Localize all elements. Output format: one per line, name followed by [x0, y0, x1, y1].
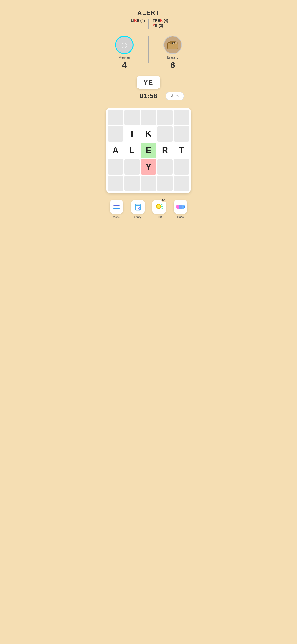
cell-4-4	[174, 176, 189, 191]
smiley-icon: ☺	[120, 40, 129, 50]
game-timer: 01:58	[140, 92, 158, 100]
cell-4-1	[124, 176, 140, 191]
hint-label: Hint	[156, 215, 162, 218]
svg-point-14	[157, 205, 160, 208]
menu-label: Menu	[113, 215, 120, 218]
game-grid-container: I K A L E ↓ R T Y	[106, 108, 191, 193]
right-word2-red: Y	[153, 24, 155, 28]
menu-icon-wrap	[110, 200, 124, 214]
current-word-container: YE	[108, 72, 189, 91]
pass-icon-wrap	[174, 200, 188, 214]
left-word-red: K	[134, 19, 137, 22]
left-word-end: E	[137, 19, 139, 22]
right-score: TREK (4) YE (2)	[148, 19, 178, 29]
left-score: LIKE (4)	[118, 19, 148, 29]
cell-0-1	[124, 110, 140, 125]
svg-text:✓: ✓	[138, 208, 140, 210]
pass-icon	[176, 204, 185, 210]
cell-1-4	[174, 126, 189, 142]
right-word1-red: K	[160, 19, 163, 22]
avatar-left: ☺	[115, 36, 134, 54]
cell-1-3	[157, 126, 173, 142]
eraser-icon	[166, 38, 180, 52]
cell-2-4: T	[174, 142, 189, 158]
svg-point-5	[172, 42, 173, 44]
story-icon: ✓	[134, 203, 142, 210]
hint-count: 0(1)	[161, 198, 168, 202]
player-left: ☺ Мелкая 4	[115, 36, 134, 70]
player-right-score: 6	[170, 60, 175, 70]
cell-0-4	[174, 110, 189, 125]
player-left-name: Мелкая	[118, 56, 130, 59]
top-area: ALERT LIKE (4) TREK (4) YE (2) ☺	[104, 0, 194, 108]
left-word-score: (4)	[140, 19, 145, 22]
nav-story[interactable]: ✓ Story	[131, 200, 145, 218]
right-word1-score: (4)	[164, 19, 168, 22]
nav-pass[interactable]: Pass	[174, 200, 188, 218]
cell-3-2: Y	[141, 159, 156, 175]
pass-label: Pass	[177, 215, 184, 218]
cell-4-3	[157, 176, 173, 191]
cell-3-4	[174, 159, 189, 175]
right-word2-rest: E	[155, 24, 158, 28]
cell-1-2: K	[141, 126, 156, 142]
right-word2-score: (2)	[159, 24, 163, 28]
auto-button[interactable]: Auto	[166, 92, 184, 100]
cell-4-0	[108, 176, 124, 191]
right-word1-start: TRE	[153, 19, 160, 22]
game-grid: I K A L E ↓ R T Y	[108, 110, 189, 191]
player-section: ☺ Мелкая 4 Erasery 6	[108, 34, 189, 72]
nav-hint[interactable]: 0(1) Hint	[152, 200, 166, 218]
svg-line-15	[161, 204, 162, 205]
cell-0-0	[108, 110, 124, 125]
timer-row: 01:58 Auto	[108, 91, 189, 103]
cell-1-0	[108, 126, 124, 142]
left-word-text: LI	[131, 19, 134, 22]
cell-3-1	[124, 159, 140, 175]
center-divider	[148, 36, 149, 63]
cell-3-3	[157, 159, 173, 175]
cell-0-2	[141, 110, 156, 125]
player-left-score: 4	[122, 60, 127, 70]
cell-2-2: E ↓	[141, 142, 156, 158]
nav-menu[interactable]: Menu	[110, 200, 124, 218]
hint-icon-wrap: 0(1)	[152, 200, 166, 214]
hint-icon	[156, 203, 163, 210]
cell-3-0	[108, 159, 124, 175]
cell-4-2	[141, 176, 156, 191]
score-tree: LIKE (4) TREK (4) YE (2)	[108, 19, 189, 29]
target-word: ALERT	[108, 9, 189, 16]
story-icon-wrap: ✓	[131, 200, 145, 214]
cell-2-1: L	[124, 142, 140, 158]
cell-2-3: R	[157, 142, 173, 158]
current-word-bubble: YE	[136, 76, 160, 89]
avatar-right	[164, 36, 182, 54]
player-right-name: Erasery	[167, 56, 178, 59]
cell-2-0: A	[108, 142, 124, 158]
cell-1-1: I	[124, 126, 140, 142]
bottom-nav: Menu ✓ Story 0(1) Hi	[104, 196, 194, 223]
cell-0-3	[157, 110, 173, 125]
svg-point-6	[174, 42, 175, 43]
menu-icon	[112, 203, 122, 211]
player-right: Erasery 6	[164, 36, 182, 70]
svg-line-17	[161, 208, 162, 209]
story-label: Story	[134, 215, 141, 218]
